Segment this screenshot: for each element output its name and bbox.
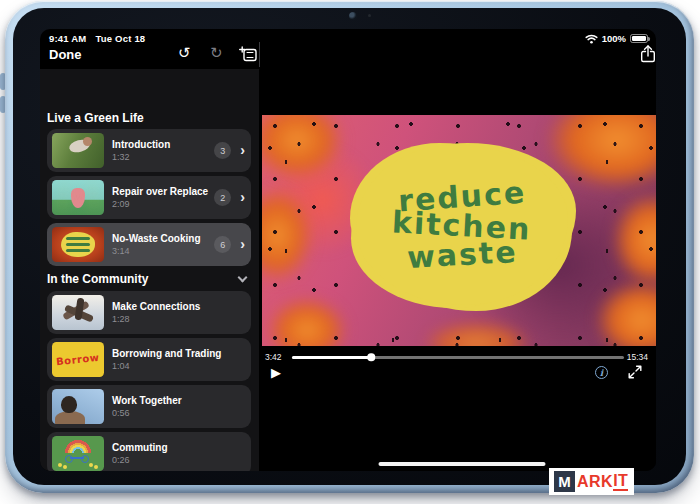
list-item-no-waste-cooking-selected[interactable]: No-Waste Cooking 3:14 6 ›: [47, 223, 251, 266]
toolbar-divider: [259, 42, 260, 67]
list-item-work-together[interactable]: Work Together 0:56: [47, 385, 251, 428]
ipad-device-frame: 9:41 AMTue Oct 18 100%: [5, 1, 694, 493]
playhead-handle[interactable]: [367, 354, 375, 362]
watermark-text-underlined: IT: [613, 473, 628, 491]
item-title: Make Connections: [112, 301, 245, 312]
section-header-in-the-community[interactable]: In the Community: [47, 272, 251, 286]
camera-sensor-dot: [368, 14, 371, 17]
clock-date: 9:41 AMTue Oct 18: [49, 33, 145, 44]
clip-count-badge: 6: [214, 236, 231, 253]
video-title-line: waste: [406, 237, 518, 272]
wifi-icon: [585, 34, 598, 44]
section-title: In the Community: [47, 272, 148, 286]
video-canvas[interactable]: reduce kitchen waste: [262, 115, 656, 346]
section-title: Live a Green Life: [47, 111, 144, 125]
item-title: Work Together: [112, 395, 245, 406]
chevron-right-icon: ›: [240, 143, 245, 157]
undo-icon[interactable]: ↺: [178, 44, 191, 62]
item-duration: 2:09: [112, 199, 206, 209]
front-camera: [349, 12, 357, 20]
item-duration: 0:56: [112, 408, 245, 418]
item-duration: 1:04: [112, 361, 245, 371]
item-title: Repair over Replace: [112, 186, 206, 197]
total-time: 15:34: [627, 352, 648, 362]
chevron-right-icon: ›: [240, 190, 245, 204]
section-header-live-a-green-life: Live a Green Life: [47, 111, 251, 125]
item-title: Commuting: [112, 442, 245, 453]
clip-count-badge: 3: [214, 142, 231, 159]
status-time: 9:41 AM: [49, 33, 86, 44]
list-item-borrowing-and-trading[interactable]: Borrow Borrowing and Trading 1:04: [47, 338, 251, 381]
page-background: 9:41 AMTue Oct 18 100%: [0, 0, 700, 504]
item-title: Introduction: [112, 139, 206, 150]
video-thumbnail: Borrow: [52, 342, 104, 377]
player-pane: reduce kitchen waste 3:42 15:34 ▶ i: [259, 69, 656, 471]
info-icon[interactable]: i: [595, 366, 608, 379]
scrubber-played: [292, 356, 371, 359]
list-item-repair-over-replace[interactable]: Repair over Replace 2:09 2 ›: [47, 176, 251, 219]
video-thumbnail: [52, 133, 104, 168]
status-bar: 9:41 AMTue Oct 18 100%: [40, 29, 656, 45]
battery-icon: [630, 34, 648, 43]
clip-count-badge: 2: [214, 189, 231, 206]
item-title: No-Waste Cooking: [112, 233, 206, 244]
markit-watermark: M ARK IT: [549, 468, 634, 495]
video-thumbnail: [52, 389, 104, 424]
scrubber-track[interactable]: [292, 356, 624, 359]
video-title-blob: reduce kitchen waste: [356, 145, 568, 305]
video-thumbnail: [52, 180, 104, 215]
item-title: Borrowing and Trading: [112, 348, 245, 359]
chevron-right-icon: ›: [240, 237, 245, 251]
ipad-bezel: 9:41 AMTue Oct 18 100%: [13, 8, 686, 485]
fullscreen-expand-icon[interactable]: [628, 365, 642, 379]
add-clip-icon[interactable]: [239, 46, 257, 62]
video-thumbnail: [52, 227, 104, 262]
status-date: Tue Oct 18: [95, 33, 145, 44]
playlist-sidebar: Live a Green Life Introduction 1:32 3 ›: [40, 69, 259, 471]
item-duration: 3:14: [112, 246, 206, 256]
done-button[interactable]: Done: [49, 47, 82, 62]
item-duration: 1:28: [112, 314, 245, 324]
watermark-text: ARK: [577, 473, 613, 491]
watermark-logo-m: M: [554, 471, 575, 492]
share-icon[interactable]: [641, 45, 655, 63]
play-button[interactable]: ▶: [271, 365, 281, 380]
video-thumbnail: [52, 295, 104, 330]
list-item-make-connections[interactable]: Make Connections 1:28: [47, 291, 251, 334]
thumbnail-text: Borrow: [56, 352, 100, 367]
home-indicator[interactable]: [378, 462, 545, 467]
list-item-commuting[interactable]: Commuting 0:26: [47, 432, 251, 471]
redo-icon[interactable]: ↻: [210, 44, 223, 62]
battery-percent: 100%: [602, 33, 626, 44]
screen: 9:41 AMTue Oct 18 100%: [40, 29, 656, 471]
item-duration: 1:32: [112, 152, 206, 162]
chevron-down-icon: [238, 272, 248, 282]
item-duration: 0:26: [112, 455, 245, 465]
video-thumbnail: [52, 436, 104, 471]
list-item-introduction[interactable]: Introduction 1:32 3 ›: [47, 129, 251, 172]
elapsed-time: 3:42: [265, 352, 282, 362]
